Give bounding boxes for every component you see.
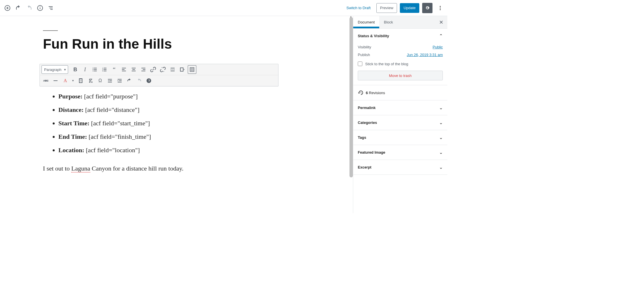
numbered-list-button[interactable]: 123: [100, 65, 109, 74]
bullet-list-button[interactable]: [90, 65, 99, 74]
svg-rect-29: [132, 71, 136, 71]
bold-button[interactable]: B: [71, 65, 80, 74]
publish-date-link[interactable]: Jun 26, 2019 3:31 am: [407, 53, 443, 57]
svg-rect-53: [109, 80, 112, 81]
visibility-value-link[interactable]: Public: [433, 45, 443, 49]
add-block-button[interactable]: [2, 3, 13, 13]
panel-featured-image[interactable]: Featured Image⌄: [353, 145, 447, 160]
tab-document[interactable]: Document: [353, 16, 379, 28]
unlink-button[interactable]: [159, 65, 167, 74]
toolbar-toggle-button[interactable]: [188, 65, 196, 74]
classic-editor-toolbar: Paragraph B I 123 “: [39, 64, 278, 86]
content-list[interactable]: Purpose: [acf field="purpose"]Distance: …: [43, 93, 238, 153]
more-menu-button[interactable]: [435, 3, 445, 13]
spellcheck-word: Laguna: [71, 165, 90, 173]
svg-rect-24: [122, 68, 126, 68]
undo-editor-button[interactable]: [125, 76, 134, 85]
revisions-link[interactable]: 6 Revisions: [353, 85, 447, 100]
horizontal-rule-button[interactable]: [51, 76, 60, 85]
wpadverts-button[interactable]: [178, 65, 187, 74]
blockquote-button[interactable]: “: [110, 65, 118, 74]
update-button[interactable]: Update: [400, 3, 419, 13]
redo-editor-button[interactable]: [135, 76, 143, 85]
svg-rect-57: [118, 82, 122, 82]
block-navigation-button[interactable]: [46, 3, 56, 13]
settings-button[interactable]: [422, 3, 432, 13]
sticky-checkbox[interactable]: [358, 62, 362, 66]
panel-permalink[interactable]: Permalink⌄: [353, 100, 447, 115]
svg-text:3: 3: [102, 70, 103, 72]
tab-block[interactable]: Block: [379, 16, 398, 28]
publish-label: Publish: [358, 53, 370, 57]
svg-rect-55: [118, 79, 122, 80]
list-item[interactable]: Distance: [acf field="distance"]: [58, 107, 238, 113]
svg-rect-40: [191, 68, 192, 69]
chevron-down-icon: ⌄: [439, 150, 443, 155]
svg-point-5: [40, 6, 40, 7]
format-select[interactable]: Paragraph: [42, 65, 68, 74]
panel-status-visibility[interactable]: Status & Visibility ⌃: [353, 29, 447, 43]
switch-to-draft-button[interactable]: Switch to Draft: [343, 6, 374, 10]
svg-rect-31: [143, 69, 145, 70]
body-paragraph[interactable]: I set out to Laguna Canyon for a distanc…: [43, 165, 238, 172]
history-icon: [358, 90, 364, 96]
list-item[interactable]: Location: [acf field="location"]: [58, 147, 238, 153]
italic-button[interactable]: I: [81, 65, 89, 74]
align-center-button[interactable]: [129, 65, 138, 74]
align-right-button[interactable]: [139, 65, 148, 74]
list-item[interactable]: Start Time: [acf field="start_time"]: [58, 120, 238, 126]
panel-tags[interactable]: Tags⌄: [353, 130, 447, 145]
svg-rect-13: [94, 68, 97, 68]
sticky-checkbox-row[interactable]: Stick to the top of the blog: [358, 59, 443, 71]
svg-rect-32: [141, 71, 145, 71]
svg-rect-54: [108, 82, 112, 82]
svg-rect-46: [54, 80, 58, 81]
redo-button[interactable]: [24, 3, 34, 13]
editor-canvas: ▲ Fun Run in the Hills Paragraph B I 123: [0, 16, 353, 213]
preview-button[interactable]: Preview: [376, 3, 397, 13]
svg-point-10: [440, 7, 441, 8]
align-left-button[interactable]: [120, 65, 128, 74]
help-button[interactable]: ?: [145, 76, 153, 85]
scrollbar[interactable]: ▲: [349, 16, 353, 213]
content-info-button[interactable]: [35, 3, 45, 13]
move-to-trash-button[interactable]: Move to trash: [358, 71, 443, 80]
panel-excerpt[interactable]: Excerpt⌄: [353, 160, 447, 175]
chevron-down-icon: ⌄: [439, 135, 443, 140]
text-color-button[interactable]: A: [61, 76, 70, 85]
insert-more-button[interactable]: [168, 65, 177, 74]
chevron-up-icon: ⌃: [439, 33, 443, 39]
panel-categories[interactable]: Categories⌄: [353, 115, 447, 130]
settings-sidebar: Document Block ✕ Status & Visibility ⌃ V…: [353, 16, 447, 213]
svg-rect-45: [192, 70, 193, 71]
svg-rect-56: [119, 80, 122, 81]
svg-rect-48: [80, 78, 82, 79]
svg-point-14: [93, 69, 94, 70]
paste-text-button[interactable]: T: [76, 76, 85, 85]
close-sidebar-button[interactable]: ✕: [435, 16, 447, 28]
special-char-button[interactable]: Ω: [96, 76, 104, 85]
svg-point-16: [93, 71, 94, 72]
text-color-dropdown[interactable]: ▼: [71, 76, 75, 85]
list-item[interactable]: Purpose: [acf field="purpose"]: [58, 93, 238, 100]
svg-rect-23: [104, 71, 106, 71]
strikethrough-button[interactable]: ABC: [42, 76, 50, 85]
clear-formatting-button[interactable]: [86, 76, 95, 85]
svg-rect-15: [94, 69, 97, 70]
svg-line-34: [163, 71, 164, 72]
svg-rect-27: [132, 68, 136, 68]
svg-point-11: [440, 9, 441, 10]
svg-rect-17: [94, 71, 97, 71]
visibility-label: Visibility: [358, 45, 371, 49]
list-item[interactable]: End Time: [acf field="finish_time"]: [58, 134, 238, 140]
post-title[interactable]: Fun Run in the Hills: [43, 36, 238, 52]
svg-rect-43: [192, 69, 193, 70]
link-button[interactable]: [149, 65, 157, 74]
svg-rect-52: [108, 79, 112, 80]
indent-button[interactable]: [115, 76, 124, 85]
outdent-button[interactable]: [106, 76, 114, 85]
editor-topbar: Switch to Draft Preview Update: [0, 0, 447, 16]
svg-rect-42: [191, 69, 192, 70]
svg-text:T: T: [80, 80, 82, 82]
undo-button[interactable]: [13, 3, 23, 13]
